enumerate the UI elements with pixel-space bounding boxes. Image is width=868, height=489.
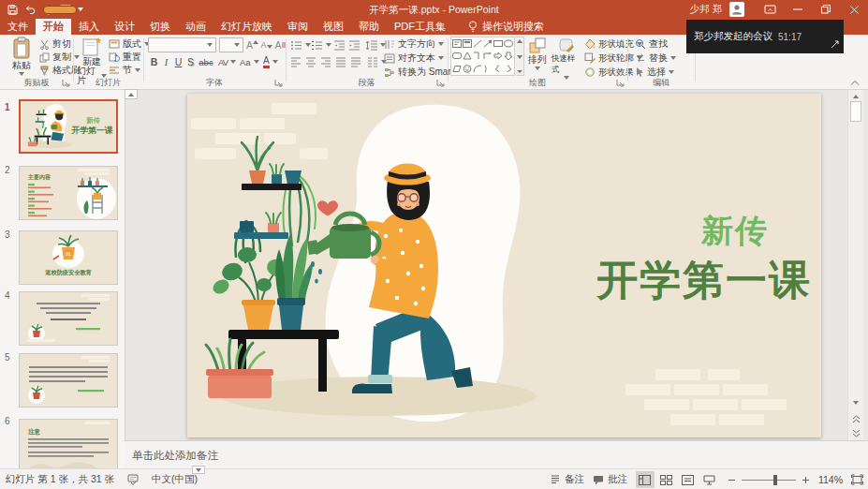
- tab-design[interactable]: 设计: [107, 19, 142, 35]
- decrease-indent-button[interactable]: [333, 38, 346, 52]
- zoom-in-button[interactable]: [802, 476, 810, 484]
- save-button[interactable]: [7, 5, 18, 15]
- select-button[interactable]: 选择: [635, 66, 674, 79]
- find-button[interactable]: 查找: [635, 37, 668, 51]
- meeting-notification[interactable]: 郑少邦发起的会议 51:17: [686, 20, 844, 53]
- shape-line-icon[interactable]: [472, 37, 482, 50]
- undo-button[interactable]: [24, 5, 37, 14]
- next-slide-button[interactable]: [849, 426, 862, 439]
- underline-button[interactable]: U: [172, 55, 184, 68]
- shapes-gallery-scrollbar[interactable]: [516, 37, 524, 76]
- tab-slideshow[interactable]: 幻灯片放映: [213, 19, 280, 35]
- zoom-percentage[interactable]: 114%: [818, 474, 843, 485]
- shape-elbow-connector-icon[interactable]: [472, 50, 482, 62]
- slide-counter[interactable]: 幻灯片 第 1 张，共 31 张: [6, 473, 114, 486]
- zoom-slider-thumb[interactable]: [773, 475, 777, 485]
- quick-styles-button[interactable]: 快速样式: [552, 37, 581, 80]
- shape-arc2-icon[interactable]: [482, 63, 493, 75]
- shape-textbox-icon[interactable]: [451, 37, 462, 50]
- align-right-button[interactable]: [320, 55, 331, 68]
- italic-button[interactable]: I: [160, 55, 172, 68]
- shape-rounded-rect-icon[interactable]: [451, 50, 462, 62]
- shape-arrow-down-icon[interactable]: [503, 50, 513, 62]
- tab-pdf-tools[interactable]: PDF工具集: [387, 19, 453, 35]
- tab-insert[interactable]: 插入: [71, 19, 107, 35]
- font-dialog-launcher[interactable]: [274, 79, 283, 87]
- align-text-button[interactable]: 对齐文本: [384, 52, 444, 65]
- slide-canvas[interactable]: 新传 开学第一课: [187, 94, 821, 437]
- shape-fill-button[interactable]: 形状填充: [584, 37, 642, 51]
- text-shadow-button[interactable]: S: [184, 55, 197, 68]
- font-name-combobox[interactable]: [148, 37, 216, 52]
- slide-thumbnail-4[interactable]: [19, 291, 118, 346]
- slide-thumbnail-6[interactable]: 注意: [19, 419, 118, 468]
- tab-help[interactable]: 帮助: [351, 19, 387, 35]
- shape-rectangle-icon[interactable]: [493, 37, 503, 50]
- increase-indent-button[interactable]: [348, 38, 360, 52]
- shape-outline-button[interactable]: 形状轮廓: [584, 52, 642, 65]
- font-color-button[interactable]: A: [263, 55, 278, 68]
- align-left-button[interactable]: [290, 55, 302, 68]
- previous-slide-button[interactable]: [849, 412, 862, 425]
- slide-title-line-1[interactable]: 新传: [700, 213, 769, 248]
- increase-font-size-button[interactable]: A: [246, 38, 258, 52]
- text-direction-button[interactable]: 文字方向: [384, 37, 444, 51]
- collapse-ribbon-button[interactable]: [850, 80, 860, 86]
- scroll-down-button[interactable]: [849, 396, 862, 409]
- slide-title-line-2[interactable]: 开学第一课: [596, 257, 812, 303]
- tab-view[interactable]: 视图: [316, 19, 351, 35]
- shape-elbow-arrow-icon[interactable]: [482, 50, 493, 62]
- shape-left-brace-icon[interactable]: [493, 63, 503, 75]
- tab-animations[interactable]: 动画: [178, 19, 213, 35]
- tab-review[interactable]: 审阅: [280, 19, 316, 35]
- reading-view-button[interactable]: [679, 471, 698, 488]
- shape-parallelogram-icon[interactable]: [451, 63, 462, 75]
- scrollbar-thumb[interactable]: [850, 101, 861, 122]
- shape-effects-button[interactable]: 形状效果: [584, 66, 642, 79]
- align-center-button[interactable]: [305, 55, 316, 68]
- shape-header-icon[interactable]: [462, 37, 472, 50]
- slide-thumbnail-5[interactable]: [19, 353, 118, 408]
- editor-scrollbar[interactable]: [847, 89, 863, 440]
- replace-button[interactable]: 替换: [635, 52, 676, 65]
- font-size-combobox[interactable]: [219, 37, 243, 52]
- shape-triangle-icon[interactable]: [462, 50, 472, 62]
- justify-button[interactable]: [335, 55, 346, 68]
- tell-me-search[interactable]: 操作说明搜索: [468, 19, 544, 35]
- thumbnail-scroll-up-button[interactable]: [125, 89, 138, 99]
- slide-thumbnail-2[interactable]: 主要内容: [19, 166, 118, 220]
- zoom-slider[interactable]: [742, 480, 796, 481]
- numbering-button[interactable]: [311, 38, 331, 52]
- fit-to-window-button[interactable]: [851, 474, 863, 485]
- format-painter-button[interactable]: 格式刷: [39, 64, 81, 77]
- shape-smiley-icon[interactable]: [462, 63, 472, 75]
- notes-pane[interactable]: 单击此处添加备注: [125, 440, 868, 469]
- tab-file[interactable]: 文件: [0, 19, 36, 35]
- bullets-button[interactable]: [290, 38, 311, 52]
- shape-arc-icon[interactable]: [472, 63, 482, 75]
- paste-button[interactable]: 粘贴: [6, 37, 37, 76]
- shape-right-brace-icon[interactable]: [503, 63, 513, 75]
- spell-check-button[interactable]: [127, 474, 139, 485]
- customize-qat-button[interactable]: [78, 7, 83, 11]
- shapes-gallery[interactable]: [450, 37, 515, 76]
- zoom-out-button[interactable]: [728, 476, 736, 484]
- strikethrough-button[interactable]: abc: [197, 55, 215, 68]
- slide-thumbnail-1[interactable]: 新传 开学第一课: [19, 99, 118, 154]
- shape-arrow-line-icon[interactable]: [482, 37, 493, 50]
- slide-thumbnail-3[interactable]: 01 返校防疫安全教育: [19, 230, 118, 285]
- section-button[interactable]: 节: [109, 64, 140, 77]
- shape-arrow-right-icon[interactable]: [493, 50, 503, 62]
- cut-button[interactable]: 剪切: [39, 37, 71, 51]
- notes-splitter-handle[interactable]: [192, 466, 205, 474]
- slide-sorter-view-button[interactable]: [657, 471, 676, 488]
- change-case-button[interactable]: Aa: [240, 55, 259, 68]
- decrease-font-size-button[interactable]: A: [260, 38, 272, 52]
- normal-view-button[interactable]: [636, 471, 655, 488]
- line-spacing-button[interactable]: [365, 38, 386, 52]
- paragraph-dialog-launcher[interactable]: [436, 79, 445, 87]
- shape-oval-icon[interactable]: [503, 37, 513, 50]
- slideshow-view-button[interactable]: [700, 471, 719, 488]
- comments-toggle[interactable]: 批注: [593, 473, 627, 486]
- drawing-dialog-launcher[interactable]: [616, 79, 625, 87]
